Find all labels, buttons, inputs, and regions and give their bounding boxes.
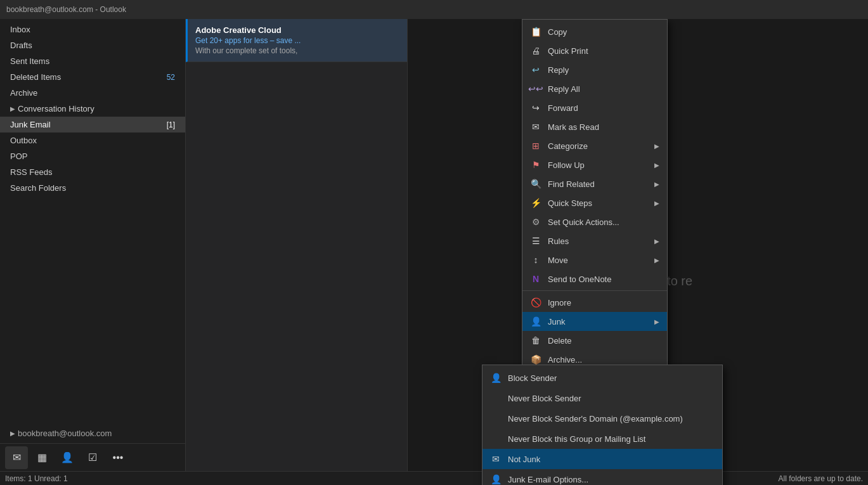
main-layout: InboxDraftsSent ItemsDeleted Items52Arch… [0, 19, 868, 471]
not-junk-label: Not Junk [508, 455, 540, 464]
sidebar-item-label: RSS Feeds [10, 167, 52, 177]
sidebar-item-conversation-history[interactable]: ▶ Conversation History [0, 101, 185, 117]
submenu-item-junk-options[interactable]: 👤Junk E-mail Options... [483, 469, 722, 485]
junk-icon: 👤 [530, 316, 541, 327]
bottom-nav-calendar[interactable]: ▦ [30, 446, 53, 469]
follow-up-arrow: ▶ [654, 162, 659, 169]
archive-icon: 📦 [530, 354, 541, 365]
junk-arrow: ▶ [654, 318, 659, 325]
sidebar-item-archive[interactable]: Archive [0, 85, 185, 101]
block-sender-icon: 👤 [490, 372, 502, 384]
email-subject: Get 20+ apps for less – save ... [195, 36, 399, 45]
submenu-item-never-block-sender[interactable]: Never Block Sender [483, 388, 722, 408]
never-block-sender-label: Never Block Sender [508, 394, 581, 403]
sidebar-item-pop[interactable]: POP [0, 148, 185, 164]
ctx-item-rules[interactable]: ☰Rules▶ [522, 231, 667, 250]
never-block-group-icon [490, 433, 502, 444]
ctx-item-find-related[interactable]: 🔍Find Related▶ [522, 174, 667, 193]
ctx-item-follow-up[interactable]: ⚑Follow Up▶ [522, 155, 667, 174]
block-sender-label: Block Sender [508, 373, 557, 383]
email-from: Adobe Creative Cloud [195, 25, 399, 35]
ctx-item-move[interactable]: ↕Move▶ [522, 250, 667, 269]
never-block-group-label: Never Block this Group or Mailing List [508, 434, 645, 444]
ctx-separator [522, 290, 667, 291]
sidebar-item-label: Outbox [10, 136, 37, 145]
ctx-item-quick-steps[interactable]: ⚡Quick Steps▶ [522, 193, 667, 212]
account-label: bookbreath@outlook.com [18, 429, 112, 438]
ctx-item-copy[interactable]: 📋Copy [522, 22, 667, 41]
submenu-item-block-sender[interactable]: 👤Block Sender [483, 368, 722, 388]
junk-submenu: 👤Block SenderNever Block SenderNever Blo… [482, 365, 723, 485]
follow-up-label: Follow Up [548, 160, 648, 170]
rules-arrow: ▶ [654, 238, 659, 245]
sidebar-item-label: Drafts [10, 41, 32, 50]
sidebar-item-label: Deleted Items [10, 72, 61, 82]
quick-steps-icon: ⚡ [530, 197, 541, 209]
context-menu: 📋Copy🖨Quick Print↩Reply↩↩Reply All↪Forwa… [522, 19, 668, 410]
submenu-item-not-junk[interactable]: ✉Not Junk [483, 449, 722, 469]
email-preview: With our complete set of tools, [195, 46, 399, 55]
bottom-nav-people[interactable]: 👤 [56, 446, 79, 469]
set-quick-actions-icon: ⚙ [530, 216, 541, 228]
move-label: Move [548, 255, 648, 265]
reply-all-label: Reply All [548, 84, 659, 94]
sidebar-item-deleted-items[interactable]: Deleted Items52 [0, 69, 185, 85]
ctx-item-junk[interactable]: 👤Junk▶ [522, 312, 667, 331]
ignore-icon: 🚫 [530, 297, 541, 308]
sidebar-item-rss-feeds[interactable]: RSS Feeds [0, 164, 185, 180]
ctx-item-ignore[interactable]: 🚫Ignore [522, 293, 667, 312]
sidebar-item-drafts[interactable]: Drafts [0, 37, 185, 53]
ctx-item-reply-all[interactable]: ↩↩Reply All [522, 79, 667, 98]
email-list-item[interactable]: Adobe Creative Cloud Get 20+ apps for le… [186, 19, 407, 62]
sidebar-item-label: Search Folders [10, 183, 66, 193]
ctx-item-delete[interactable]: 🗑Delete [522, 331, 667, 350]
sidebar-account[interactable]: ▶ bookbreath@outlook.com [0, 424, 185, 443]
quick-steps-label: Quick Steps [548, 198, 648, 208]
ctx-item-mark-as-read[interactable]: ✉Mark as Read [522, 117, 667, 136]
reply-label: Reply [548, 65, 659, 75]
ctx-item-set-quick-actions[interactable]: ⚙Set Quick Actions... [522, 212, 667, 231]
quick-print-icon: 🖨 [530, 45, 541, 56]
delete-icon: 🗑 [530, 335, 541, 346]
quick-steps-arrow: ▶ [654, 200, 659, 207]
email-list-pane: Adobe Creative Cloud Get 20+ apps for le… [186, 19, 408, 471]
quick-print-label: Quick Print [548, 46, 659, 56]
ignore-label: Ignore [548, 298, 659, 307]
sidebar-badge: [1] [167, 120, 175, 129]
ctx-item-categorize[interactable]: ⊞Categorize▶ [522, 136, 667, 155]
title-bar-text: bookbreath@outlook.com - Outlook [6, 5, 126, 14]
bottom-nav-tasks[interactable]: ☑ [81, 446, 104, 469]
chevron-right-icon: ▶ [10, 430, 15, 437]
sidebar-item-outbox[interactable]: Outbox [0, 133, 185, 148]
rules-icon: ☰ [530, 235, 541, 247]
never-block-domain-icon [490, 413, 502, 424]
sidebar-item-sent-items[interactable]: Sent Items [0, 53, 185, 69]
send-to-onenote-icon: N [530, 273, 541, 285]
bottom-nav: ✉▦👤☑••• [0, 443, 185, 471]
categorize-arrow: ▶ [654, 143, 659, 150]
ctx-item-quick-print[interactable]: 🖨Quick Print [522, 41, 667, 60]
sidebar-item-label: Junk Email [10, 120, 51, 129]
follow-up-icon: ⚑ [530, 159, 541, 171]
status-bar: Items: 1 Unread: 1 All folders are up to… [0, 471, 868, 485]
ctx-item-forward[interactable]: ↪Forward [522, 98, 667, 117]
sidebar-item-label: POP [10, 152, 27, 161]
bottom-nav-more[interactable]: ••• [107, 446, 129, 469]
junk-options-icon: 👤 [490, 474, 502, 485]
submenu-item-never-block-group[interactable]: Never Block this Group or Mailing List [483, 429, 722, 449]
bottom-nav-mail[interactable]: ✉ [5, 446, 28, 469]
copy-label: Copy [548, 27, 659, 37]
mark-as-read-icon: ✉ [530, 121, 541, 133]
set-quick-actions-label: Set Quick Actions... [548, 217, 659, 227]
submenu-item-never-block-domain[interactable]: Never Block Sender's Domain (@example.co… [483, 408, 722, 429]
status-right: All folders are up to date. [779, 474, 863, 483]
find-related-icon: 🔍 [530, 178, 541, 190]
sidebar-item-inbox[interactable]: Inbox [0, 22, 185, 37]
sidebar-item-junk-email[interactable]: Junk Email[1] [0, 117, 185, 133]
sidebar-item-search-folders[interactable]: Search Folders [0, 180, 185, 196]
find-related-arrow: ▶ [654, 181, 659, 188]
ctx-item-reply[interactable]: ↩Reply [522, 60, 667, 79]
sidebar-item-label: Sent Items [10, 56, 49, 66]
forward-label: Forward [548, 103, 659, 113]
ctx-item-send-to-onenote[interactable]: NSend to OneNote [522, 269, 667, 288]
